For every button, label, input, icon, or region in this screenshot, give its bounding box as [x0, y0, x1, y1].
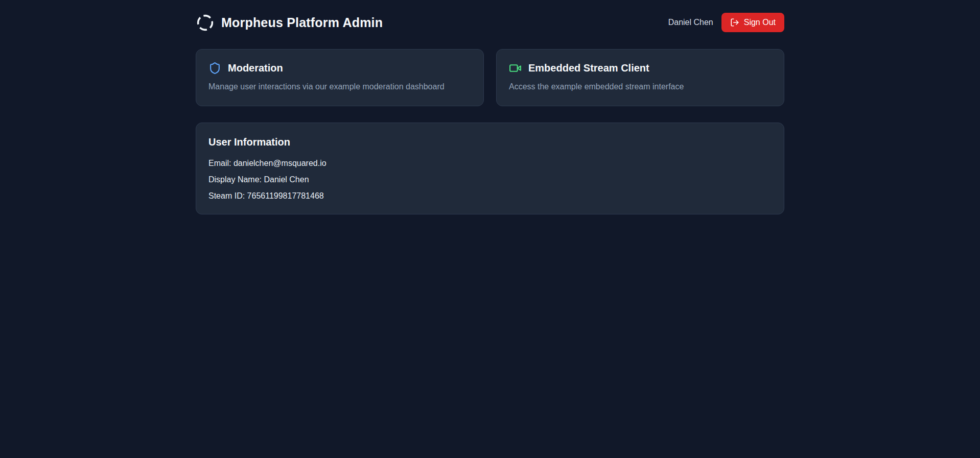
shield-icon — [208, 62, 221, 75]
video-camera-icon — [509, 62, 522, 75]
email-row: Email: danielchen@msquared.io — [208, 158, 772, 168]
log-out-icon — [730, 18, 739, 27]
nav-cards-grid: Moderation Manage user interactions via … — [196, 49, 784, 106]
header: Morpheus Platform Admin Daniel Chen Sign… — [196, 13, 784, 32]
sign-out-button[interactable]: Sign Out — [721, 13, 784, 32]
display-name-row: Display Name: Daniel Chen — [208, 175, 772, 184]
embedded-stream-client-card[interactable]: Embedded Stream Client Access the exampl… — [496, 49, 784, 106]
sign-out-label: Sign Out — [744, 18, 776, 27]
dashed-circle-logo-icon — [196, 13, 215, 32]
moderation-card-title: Moderation — [228, 62, 283, 74]
display-name-label: Display Name: — [208, 175, 262, 184]
card-header: Embedded Stream Client — [509, 62, 772, 75]
email-value: danielchen@msquared.io — [234, 159, 326, 167]
user-name: Daniel Chen — [668, 18, 713, 27]
embedded-stream-client-card-title: Embedded Stream Client — [528, 62, 649, 74]
user-information-title: User Information — [208, 136, 772, 148]
moderation-card-description: Manage user interactions via our example… — [208, 82, 471, 91]
embedded-stream-client-card-description: Access the example embedded stream inter… — [509, 82, 772, 91]
user-information-card: User Information Email: danielchen@msqua… — [196, 123, 784, 214]
page-title: Morpheus Platform Admin — [221, 15, 383, 30]
moderation-card[interactable]: Moderation Manage user interactions via … — [196, 49, 484, 106]
display-name-value: Daniel Chen — [264, 175, 309, 184]
steam-id-row: Steam ID: 76561199817781468 — [208, 191, 772, 201]
steam-id-label: Steam ID: — [208, 191, 245, 200]
header-right: Daniel Chen Sign Out — [668, 13, 784, 32]
steam-id-value: 76561199817781468 — [247, 191, 324, 200]
page-container: Morpheus Platform Admin Daniel Chen Sign… — [196, 0, 784, 214]
card-header: Moderation — [208, 62, 471, 75]
email-label: Email: — [208, 159, 231, 167]
